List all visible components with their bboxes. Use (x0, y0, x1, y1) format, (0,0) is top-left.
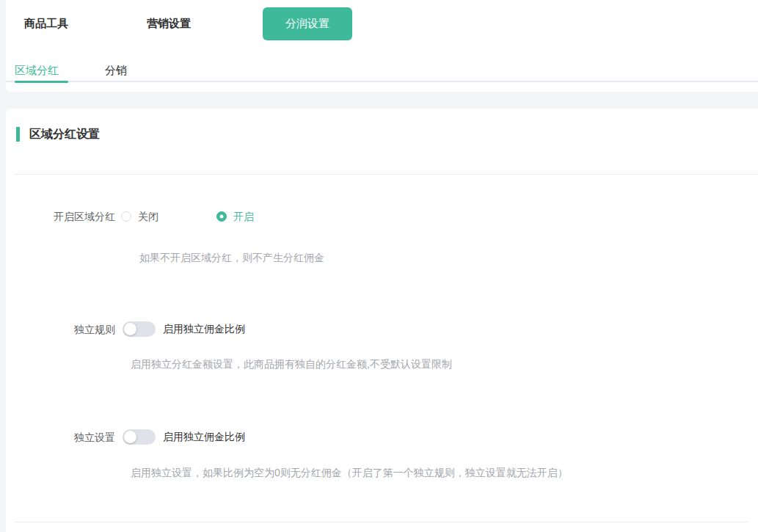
top-tab-bar: 商品工具 营销设置 分润设置 (6, 0, 758, 47)
independent-rule-helper: 启用独立分红金额设置，此商品拥有独自的分红金额,不受默认设置限制 (131, 358, 758, 370)
settings-panel: 区域分红设置 开启区域分红 关闭 开启 如果不开启区域分红，则不产生分红佣金 独… (6, 109, 758, 532)
independent-setting-row: 独立设置 启用独立佣金比例 (6, 429, 758, 445)
bottom-divider (15, 522, 748, 522)
panel-title: 区域分红设置 (29, 127, 100, 142)
enable-dividend-helper: 如果不开启区域分红，则不产生分红佣金 (139, 252, 758, 263)
radio-off-label: 关闭 (138, 209, 158, 224)
header-divider (15, 174, 758, 175)
accent-bar (16, 127, 20, 142)
radio-selected-icon[interactable] (216, 211, 227, 222)
tab-profit-settings[interactable]: 分润设置 (263, 7, 352, 40)
subtab-distribution[interactable]: 分销 (105, 65, 136, 82)
subtab-regional-dividend[interactable]: 区域分红 (15, 65, 68, 82)
independent-setting-toggle[interactable] (123, 429, 156, 445)
radio-option-off[interactable]: 关闭 (121, 209, 158, 224)
independent-setting-helper: 启用独立设置，如果比例为空为0则无分红佣金（开启了第一个独立规则，独立设置就无法… (131, 467, 758, 478)
tab-product-tools[interactable]: 商品工具 (24, 17, 68, 31)
enable-dividend-label: 开启区域分红 (6, 209, 115, 224)
tab-marketing-settings[interactable]: 营销设置 (147, 17, 191, 31)
independent-setting-switch-label: 启用独立佣金比例 (163, 429, 245, 445)
independent-rule-toggle[interactable] (123, 321, 156, 337)
tab-card: 商品工具 营销设置 分润设置 区域分红 分销 (6, 0, 758, 92)
radio-option-on[interactable]: 开启 (216, 209, 254, 224)
radio-unselected-icon[interactable] (121, 211, 131, 222)
independent-rule-switch-label: 启用独立佣金比例 (163, 321, 245, 337)
sub-tab-bar: 区域分红 分销 (6, 65, 758, 82)
enable-dividend-row: 开启区域分红 关闭 开启 (6, 209, 758, 224)
independent-rule-row: 独立规则 启用独立佣金比例 (6, 321, 758, 337)
panel-header: 区域分红设置 (16, 126, 758, 142)
radio-on-label: 开启 (233, 209, 254, 224)
independent-rule-label: 独立规则 (6, 322, 115, 337)
independent-setting-label: 独立设置 (6, 430, 115, 445)
enable-dividend-radio-group: 关闭 开启 (121, 209, 254, 224)
